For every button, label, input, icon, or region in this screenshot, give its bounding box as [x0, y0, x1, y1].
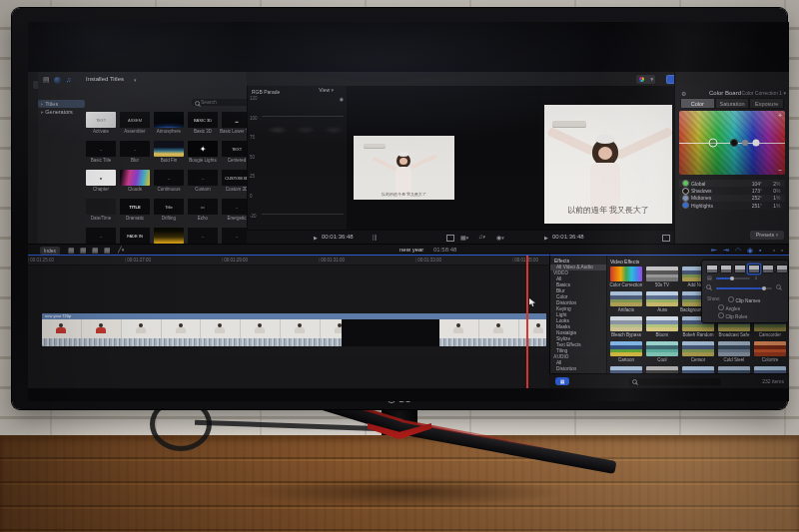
clip-style-button[interactable]: [706, 265, 718, 273]
clip-style-button[interactable]: [734, 265, 746, 273]
effect-tile[interactable]: Censor: [680, 341, 716, 366]
highlights-puck[interactable]: [753, 140, 760, 147]
color-row[interactable]: Global 104 ° 2 %: [679, 180, 785, 187]
effect-tile[interactable]: Artifacts: [608, 291, 644, 316]
tool-icon-1[interactable]: ▦: [68, 246, 75, 255]
show-option[interactable]: Clip Roles: [718, 312, 747, 319]
show-option[interactable]: Angles: [718, 304, 740, 311]
fullscreen-icon[interactable]: [446, 235, 454, 242]
minus-icon[interactable]: −: [778, 167, 782, 174]
correction-menu[interactable]: Color Correction 1 ▾: [742, 90, 786, 96]
title-tile[interactable]: –: [186, 228, 220, 244]
effect-tile[interactable]: Bleach Bypass: [608, 316, 644, 341]
effects-sidebar-item[interactable]: Distortion: [550, 366, 606, 372]
audio-options-icon[interactable]: ♫▾: [478, 234, 485, 240]
title-tile[interactable]: ▭ Echo: [186, 199, 220, 228]
color-row[interactable]: Highlights 251 ° 1 %: [679, 202, 785, 209]
title-tile[interactable]: BASIC 3D Basic 3D: [186, 112, 220, 141]
presets-button[interactable]: Presets ▾: [750, 231, 784, 240]
title-tile[interactable]: FADE IN: [118, 228, 152, 244]
title-tile[interactable]: Clouds: [118, 170, 152, 199]
title-tile[interactable]: – Custom: [186, 170, 220, 199]
music-icon[interactable]: ♫: [66, 76, 71, 83]
zoom-slider[interactable]: [716, 287, 772, 289]
camera-options-icon[interactable]: ◉▾: [496, 234, 504, 241]
title-tile[interactable]: ● Chapter: [84, 170, 118, 199]
photos-icon[interactable]: [54, 77, 61, 84]
title-tile[interactable]: ASSEM Assembler: [118, 112, 152, 141]
effect-tile[interactable]: Cold Steel: [716, 341, 752, 366]
film-icon[interactable]: ▤: [43, 76, 50, 84]
clip-style-button[interactable]: [720, 265, 732, 273]
playhead[interactable]: [526, 256, 528, 388]
effect-tile[interactable]: Aura: [644, 291, 680, 316]
shadows-puck[interactable]: [730, 139, 738, 147]
plus-icon[interactable]: +: [778, 112, 782, 119]
effect-tile[interactable]: Cool: [644, 341, 680, 366]
color-correction-menu-button[interactable]: ▾: [636, 75, 655, 84]
effect-tile[interactable]: Color Correction: [608, 266, 644, 291]
trim-end-icon[interactable]: ⇥: [723, 246, 729, 255]
timeline-ruler[interactable]: |00:01:25:00|00:01:27:00|00:01:29:00|00:…: [28, 256, 549, 266]
browser-sidebar-item[interactable]: ▸ Titles: [38, 100, 85, 108]
index-button[interactable]: Index: [40, 247, 60, 255]
effect-tile[interactable]: Bloom: [644, 316, 680, 341]
title-tile[interactable]: Title Drifting: [152, 199, 186, 228]
title-tile[interactable]: –: [84, 228, 118, 244]
inspector-tab[interactable]: Saturation: [715, 98, 750, 109]
global-puck[interactable]: [708, 139, 717, 148]
effect-tile[interactable]: Cartoon: [608, 341, 644, 366]
hood-icon[interactable]: ◠: [735, 246, 741, 255]
clip-style-button[interactable]: [762, 265, 774, 273]
effects-toggle-button[interactable]: ▦: [555, 377, 569, 385]
audio-meters-icon[interactable]: [373, 235, 377, 241]
tool-icon-2[interactable]: ▦: [80, 246, 87, 255]
clip-height-slider[interactable]: [716, 277, 750, 279]
title-tile[interactable]: – Continuous: [152, 170, 186, 199]
title-tile[interactable]: TEXT Activate: [84, 112, 118, 141]
pen-tool-icon[interactable]: ╱▾: [118, 246, 124, 255]
clip-style-button[interactable]: [748, 265, 760, 273]
timeline-clip[interactable]: new year 720p: [42, 313, 546, 346]
color-row[interactable]: Midtones 252 ° 1 %: [679, 195, 785, 202]
timeline-panel[interactable]: |00:01:25:00|00:01:27:00|00:01:29:00|00:…: [28, 255, 549, 388]
tool-icon-3[interactable]: ▦: [92, 246, 99, 255]
timeline-project-name[interactable]: new year: [400, 247, 423, 253]
title-tile[interactable]: [152, 228, 186, 244]
title-tile[interactable]: Bold Fin: [152, 141, 186, 170]
show-option[interactable]: Clip Names: [728, 296, 760, 303]
play-icon[interactable]: ▶: [544, 235, 548, 241]
color-board[interactable]: + −: [679, 111, 785, 175]
subtitle-text: 以前的過年 我又長大了: [544, 205, 672, 216]
target-icon[interactable]: ◉: [747, 246, 753, 255]
color-row[interactable]: Shadows 173 ° 0 %: [679, 187, 785, 194]
effects-search-input[interactable]: [629, 378, 721, 385]
window-icon-1[interactable]: ▫: [773, 246, 775, 255]
effect-tile[interactable]: 50s TV: [644, 266, 680, 291]
display-options-icon[interactable]: ▦▾: [460, 234, 468, 241]
midtones-puck[interactable]: [742, 140, 748, 146]
trim-start-icon[interactable]: ⇤: [711, 246, 717, 255]
title-tile[interactable]: – Blur: [118, 141, 152, 170]
title-tile[interactable]: – Basic Title: [84, 141, 118, 170]
clip-style-button[interactable]: [776, 265, 788, 273]
effect-tile[interactable]: Colorize: [752, 341, 788, 366]
tool-icon-4[interactable]: ▦: [104, 246, 111, 255]
window-icon-2[interactable]: ▫: [781, 246, 783, 255]
scope-view-menu[interactable]: View ▾: [319, 87, 334, 93]
scope-settings-icon[interactable]: ◉: [340, 96, 344, 102]
fullscreen-icon[interactable]: [662, 235, 670, 242]
title-tile[interactable]: ✦ Boogie Lights: [186, 141, 220, 170]
title-tile[interactable]: Date/Time: [84, 199, 118, 228]
installed-titles-label[interactable]: Installed Titles: [86, 76, 124, 82]
browser-sidebar-item[interactable]: ▸ Generators: [38, 108, 85, 116]
title-label: Basic Title: [84, 158, 118, 163]
gear-icon[interactable]: ⚙: [681, 90, 686, 97]
inspector-tab[interactable]: Color: [680, 98, 715, 109]
play-icon[interactable]: ▶: [314, 235, 318, 241]
project-viewer: 以前的過年 我又長大了: [541, 86, 674, 230]
title-tile[interactable]: TITLE Dramatic: [118, 199, 152, 228]
title-tile[interactable]: Atmosphere: [152, 112, 186, 141]
inspector-tab[interactable]: Exposure: [749, 98, 784, 109]
clip-appearance-icon[interactable]: ▪: [759, 246, 761, 255]
